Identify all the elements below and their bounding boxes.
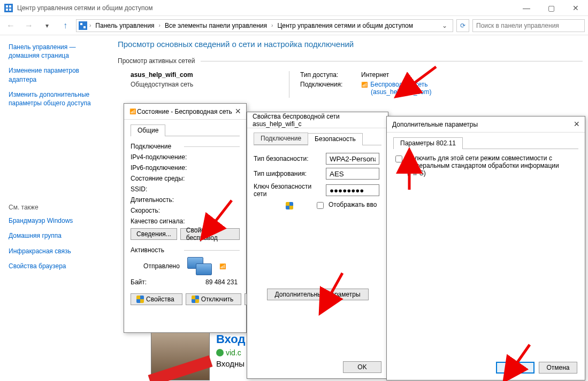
wprops-title-text: Свойства беспроводной сети asus_help_wif… [253, 113, 383, 128]
svg-rect-7 [83, 26, 86, 28]
search-input[interactable]: Поиск в панели управления [472, 19, 585, 32]
network-kind: Общедоступная сеть [131, 81, 270, 88]
up-button[interactable]: ↑ [58, 18, 73, 33]
breadcrumb-root[interactable]: Панель управления [93, 22, 156, 29]
connection-link[interactable]: Беспроводная сеть [370, 81, 427, 88]
show-chars-checkbox[interactable]: Отображать вво [315, 201, 377, 211]
activity-icon [187, 257, 212, 275]
see-also-infrared[interactable]: Инфракрасная связь [9, 247, 104, 255]
maximize-button[interactable]: ▢ [539, 0, 563, 15]
disconnect-button[interactable]: Отключить [186, 293, 242, 305]
fips-label: Включить для этой сети режим совместимос… [407, 154, 578, 177]
tab-connection[interactable]: Подключение [254, 133, 308, 145]
wifi-signal-icon: 📶 [361, 82, 368, 88]
window-controls: — ▢ ✕ [514, 0, 588, 15]
active-networks-heading: Просмотр активных сетей [118, 57, 583, 65]
svg-rect-2 [9, 5, 11, 7]
shield-icon [286, 202, 293, 209]
page-title: Просмотр основных сведений о сети и наст… [118, 40, 583, 49]
forward-button[interactable]: → [21, 18, 36, 33]
bytes-value: 89 484 231 [205, 278, 238, 286]
advanced-params-button[interactable]: Дополнительные параметры [267, 289, 369, 300]
connections-label: Подключения: [300, 81, 354, 96]
close-button[interactable]: ✕ [563, 0, 588, 15]
see-also-heading: См. также [9, 204, 104, 211]
ipv4-label: IPv4-подключение: [131, 153, 205, 161]
titlebar: Центр управления сетями и общим доступом… [0, 0, 588, 16]
wireless-properties-dialog: Свойства беспроводной сети asus_help_wif… [247, 112, 388, 379]
sent-label: Отправлено [143, 262, 180, 270]
security-key-input[interactable] [326, 184, 379, 196]
security-key-label: Ключ безопасности сети [254, 183, 326, 198]
speed-label: Скорость: [131, 207, 205, 214]
signal-label: Качество сигнала: [131, 217, 205, 225]
refresh-button[interactable]: ⟳ [456, 19, 469, 32]
tab-80211[interactable]: Параметры 802.11 [393, 137, 463, 149]
sidebar-link-home[interactable]: Панель управления — домашняя страница [9, 43, 104, 60]
fips-checkbox[interactable]: Включить для этой сети режим совместимос… [393, 154, 578, 177]
wifi-signal-icon: 📶 [219, 263, 226, 269]
connection-sub[interactable]: (asus_help-wifi_com) [371, 88, 431, 96]
duration-label: Длительность: [131, 196, 205, 204]
chevron-right-icon: › [89, 22, 91, 28]
recent-dropdown[interactable]: ▾ [40, 18, 55, 33]
close-icon[interactable]: × [574, 119, 579, 130]
network-center-icon [79, 21, 87, 30]
status-title-text: Состояние - Беспроводная сеть [137, 108, 232, 115]
breadcrumb-path[interactable]: › Панель управления › Все элементы панел… [76, 19, 453, 32]
ok-button[interactable]: OK [496, 362, 534, 374]
tab-general[interactable]: Общие [131, 125, 165, 136]
ad-block: Вход vid.c Входны [151, 332, 245, 380]
network-name: asus_help_wifi_com [131, 71, 270, 79]
shield-icon [136, 296, 144, 303]
ad-image[interactable] [151, 332, 210, 380]
connection-group-label: Подключение [131, 143, 171, 150]
shield-icon [192, 296, 199, 303]
svg-rect-1 [6, 5, 8, 7]
security-type-select[interactable] [326, 153, 379, 165]
info-icon [216, 349, 224, 356]
sidebar: Панель управления — домашняя страница Из… [0, 35, 112, 381]
ssid-label: SSID: [131, 185, 205, 193]
see-also-homegroup[interactable]: Домашняя группа [9, 231, 104, 240]
svg-rect-5 [79, 21, 87, 30]
properties-button[interactable]: Свойства [131, 293, 182, 305]
encryption-label: Тип шифрования: [254, 170, 326, 177]
ok-button[interactable]: OK [343, 361, 381, 373]
details-button[interactable]: Сведения... [131, 228, 177, 240]
adv-title-text: Дополнительные параметры [392, 121, 478, 128]
encryption-select[interactable] [326, 168, 379, 180]
status-dialog-title: 📶 Состояние - Беспроводная сеть × [124, 104, 246, 120]
media-label: Состояние среды: [131, 175, 205, 182]
advanced-params-dialog: Дополнительные параметры × Параметры 802… [386, 116, 585, 380]
activity-group-label: Активность [131, 246, 164, 254]
ad-domain: vid.c [216, 348, 245, 357]
wireless-properties-button[interactable]: Свойства беспровод [180, 228, 240, 240]
wprops-title: Свойства беспроводной сети asus_help_wif… [247, 112, 388, 128]
access-type-value: Интернет [361, 71, 389, 79]
sidebar-link-sharing[interactable]: Изменить дополнительные параметры общего… [9, 90, 104, 107]
back-button[interactable]: ← [3, 18, 18, 33]
see-also-browser[interactable]: Свойства браузера [9, 262, 104, 270]
access-type-label: Тип доступа: [300, 71, 354, 79]
sidebar-link-adapter[interactable]: Изменение параметров адаптера [9, 66, 104, 83]
cancel-button[interactable]: Отмена [539, 362, 577, 374]
tab-security[interactable]: Безопасность [308, 133, 363, 145]
svg-rect-4 [9, 9, 11, 11]
ipv6-label: IPv6-подключение: [131, 164, 205, 172]
see-also-firewall[interactable]: Брандмауэр Windows [9, 216, 104, 225]
ad-text: Входны [216, 359, 245, 368]
network-center-icon [4, 4, 13, 12]
breadcrumb-mid[interactable]: Все элементы панели управления [163, 22, 269, 29]
path-dropdown[interactable]: ⌄ [439, 22, 450, 29]
adv-title: Дополнительные параметры × [387, 116, 585, 133]
ad-headline[interactable]: Вход [216, 332, 245, 346]
bytes-label: Байт: [131, 278, 205, 286]
minimize-button[interactable]: — [514, 0, 539, 15]
chevron-right-icon: › [159, 22, 161, 28]
security-type-label: Тип безопасности: [254, 155, 326, 162]
svg-rect-3 [6, 9, 8, 11]
chevron-right-icon: › [271, 22, 273, 28]
breadcrumb-leaf[interactable]: Центр управления сетями и общим доступом [275, 22, 415, 29]
close-icon[interactable]: × [235, 106, 241, 117]
